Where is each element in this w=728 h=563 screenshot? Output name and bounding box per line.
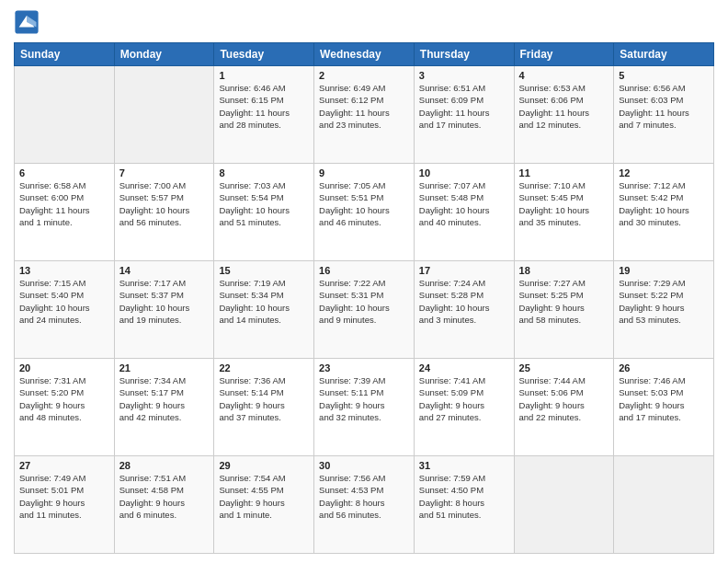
day-info: Sunrise: 7:24 AM Sunset: 5:28 PM Dayligh… [419,277,509,326]
logo-icon [14,9,40,35]
day-info: Sunrise: 7:12 AM Sunset: 5:42 PM Dayligh… [619,179,709,228]
day-number: 21 [119,362,210,373]
calendar-cell: 25Sunrise: 7:44 AM Sunset: 5:06 PM Dayli… [514,359,614,456]
weekday-header-wednesday: Wednesday [314,43,415,66]
calendar-cell: 11Sunrise: 7:10 AM Sunset: 5:45 PM Dayli… [514,164,614,261]
day-number: 5 [619,70,709,81]
day-number: 31 [419,460,509,471]
week-row-2: 6Sunrise: 6:58 AM Sunset: 6:00 PM Daylig… [15,164,714,261]
day-number: 27 [19,460,109,471]
day-info: Sunrise: 7:34 AM Sunset: 5:17 PM Dayligh… [119,374,210,423]
calendar-cell: 18Sunrise: 7:27 AM Sunset: 5:25 PM Dayli… [514,261,614,359]
day-info: Sunrise: 7:10 AM Sunset: 5:45 PM Dayligh… [519,179,609,228]
calendar-cell: 3Sunrise: 6:51 AM Sunset: 6:09 PM Daylig… [414,66,514,164]
calendar-cell: 20Sunrise: 7:31 AM Sunset: 5:20 PM Dayli… [15,359,115,456]
day-number: 11 [519,167,609,178]
day-info: Sunrise: 7:46 AM Sunset: 5:03 PM Dayligh… [619,374,709,423]
day-number: 24 [419,362,509,373]
day-info: Sunrise: 7:51 AM Sunset: 4:58 PM Dayligh… [119,472,210,521]
day-info: Sunrise: 7:22 AM Sunset: 5:31 PM Dayligh… [319,277,409,326]
calendar-cell: 10Sunrise: 7:07 AM Sunset: 5:48 PM Dayli… [414,164,514,261]
day-info: Sunrise: 7:59 AM Sunset: 4:50 PM Dayligh… [419,472,509,521]
weekday-header-tuesday: Tuesday [214,43,314,66]
day-number: 15 [219,265,309,276]
day-info: Sunrise: 7:27 AM Sunset: 5:25 PM Dayligh… [519,277,609,326]
day-info: Sunrise: 7:49 AM Sunset: 5:01 PM Dayligh… [19,472,109,521]
weekday-header-saturday: Saturday [614,43,714,66]
day-info: Sunrise: 7:00 AM Sunset: 5:57 PM Dayligh… [119,179,210,228]
day-info: Sunrise: 6:56 AM Sunset: 6:03 PM Dayligh… [619,82,709,131]
calendar-cell: 2Sunrise: 6:49 AM Sunset: 6:12 PM Daylig… [314,66,415,164]
day-info: Sunrise: 6:58 AM Sunset: 6:00 PM Dayligh… [19,179,109,228]
calendar-header: SundayMondayTuesdayWednesdayThursdayFrid… [15,43,714,66]
day-info: Sunrise: 7:56 AM Sunset: 4:53 PM Dayligh… [319,472,409,521]
week-row-3: 13Sunrise: 7:15 AM Sunset: 5:40 PM Dayli… [15,261,714,359]
day-number: 10 [419,167,509,178]
calendar-table: SundayMondayTuesdayWednesdayThursdayFrid… [14,42,714,554]
weekday-header-monday: Monday [114,43,214,66]
calendar-cell: 22Sunrise: 7:36 AM Sunset: 5:14 PM Dayli… [214,359,314,456]
day-number: 9 [319,167,409,178]
day-info: Sunrise: 7:36 AM Sunset: 5:14 PM Dayligh… [219,374,309,423]
day-number: 23 [319,362,409,373]
day-info: Sunrise: 7:39 AM Sunset: 5:11 PM Dayligh… [319,374,409,423]
weekday-header-thursday: Thursday [414,43,514,66]
calendar-cell [15,66,115,164]
day-info: Sunrise: 6:51 AM Sunset: 6:09 PM Dayligh… [419,82,509,131]
day-number: 4 [519,70,609,81]
calendar-cell: 16Sunrise: 7:22 AM Sunset: 5:31 PM Dayli… [314,261,415,359]
calendar-cell: 24Sunrise: 7:41 AM Sunset: 5:09 PM Dayli… [414,359,514,456]
calendar-cell: 12Sunrise: 7:12 AM Sunset: 5:42 PM Dayli… [614,164,714,261]
day-info: Sunrise: 7:29 AM Sunset: 5:22 PM Dayligh… [619,277,709,326]
day-number: 1 [219,70,309,81]
page: SundayMondayTuesdayWednesdayThursdayFrid… [0,0,728,563]
day-number: 30 [319,460,409,471]
calendar-cell: 6Sunrise: 6:58 AM Sunset: 6:00 PM Daylig… [15,164,115,261]
calendar-cell: 4Sunrise: 6:53 AM Sunset: 6:06 PM Daylig… [514,66,614,164]
day-number: 13 [19,265,109,276]
calendar-cell: 9Sunrise: 7:05 AM Sunset: 5:51 PM Daylig… [314,164,415,261]
calendar-cell: 26Sunrise: 7:46 AM Sunset: 5:03 PM Dayli… [614,359,714,456]
calendar-cell: 1Sunrise: 6:46 AM Sunset: 6:15 PM Daylig… [214,66,314,164]
day-info: Sunrise: 6:46 AM Sunset: 6:15 PM Dayligh… [219,82,309,131]
day-number: 14 [119,265,210,276]
day-number: 7 [119,167,210,178]
calendar-cell [114,66,214,164]
day-number: 28 [119,460,210,471]
calendar-cell: 13Sunrise: 7:15 AM Sunset: 5:40 PM Dayli… [15,261,115,359]
day-info: Sunrise: 7:19 AM Sunset: 5:34 PM Dayligh… [219,277,309,326]
day-number: 6 [19,167,109,178]
calendar-cell: 17Sunrise: 7:24 AM Sunset: 5:28 PM Dayli… [414,261,514,359]
header [14,9,714,35]
calendar-cell: 21Sunrise: 7:34 AM Sunset: 5:17 PM Dayli… [114,359,214,456]
calendar-cell [614,456,714,554]
calendar-cell: 29Sunrise: 7:54 AM Sunset: 4:55 PM Dayli… [214,456,314,554]
day-info: Sunrise: 7:44 AM Sunset: 5:06 PM Dayligh… [519,374,609,423]
logo [14,9,43,35]
week-row-1: 1Sunrise: 6:46 AM Sunset: 6:15 PM Daylig… [15,66,714,164]
calendar-cell: 31Sunrise: 7:59 AM Sunset: 4:50 PM Dayli… [414,456,514,554]
day-number: 3 [419,70,509,81]
day-info: Sunrise: 7:54 AM Sunset: 4:55 PM Dayligh… [219,472,309,521]
day-number: 29 [219,460,309,471]
day-number: 2 [319,70,409,81]
day-info: Sunrise: 7:05 AM Sunset: 5:51 PM Dayligh… [319,179,409,228]
calendar-cell: 27Sunrise: 7:49 AM Sunset: 5:01 PM Dayli… [15,456,115,554]
day-info: Sunrise: 6:49 AM Sunset: 6:12 PM Dayligh… [319,82,409,131]
day-number: 20 [19,362,109,373]
day-info: Sunrise: 7:41 AM Sunset: 5:09 PM Dayligh… [419,374,509,423]
calendar-cell: 28Sunrise: 7:51 AM Sunset: 4:58 PM Dayli… [114,456,214,554]
calendar-cell: 30Sunrise: 7:56 AM Sunset: 4:53 PM Dayli… [314,456,415,554]
day-number: 8 [219,167,309,178]
day-number: 22 [219,362,309,373]
calendar-cell: 23Sunrise: 7:39 AM Sunset: 5:11 PM Dayli… [314,359,415,456]
day-info: Sunrise: 7:03 AM Sunset: 5:54 PM Dayligh… [219,179,309,228]
day-number: 26 [619,362,709,373]
day-info: Sunrise: 7:17 AM Sunset: 5:37 PM Dayligh… [119,277,210,326]
day-number: 12 [619,167,709,178]
day-number: 25 [519,362,609,373]
day-info: Sunrise: 7:07 AM Sunset: 5:48 PM Dayligh… [419,179,509,228]
calendar-cell: 19Sunrise: 7:29 AM Sunset: 5:22 PM Dayli… [614,261,714,359]
weekday-header-friday: Friday [514,43,614,66]
day-number: 17 [419,265,509,276]
